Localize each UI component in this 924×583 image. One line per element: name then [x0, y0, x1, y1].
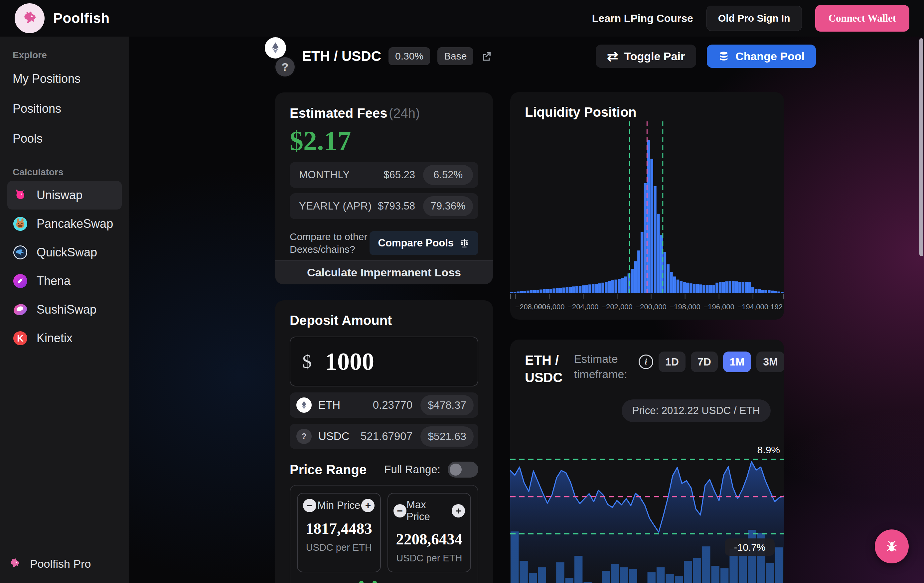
price-range-title: Price Range: [290, 462, 384, 477]
top-nav: Poolfish Learn LPing Course Old Pro Sign…: [0, 0, 924, 36]
monthly-value: $65.23: [383, 169, 415, 181]
old-pro-sign-in-button[interactable]: Old Pro Sign In: [706, 6, 802, 31]
eth-icon: [296, 397, 312, 413]
poolfish-fish-icon: [7, 557, 22, 571]
timeframe-1m-button[interactable]: 1M: [723, 352, 751, 372]
brand-name: Poolfish: [53, 10, 110, 26]
svg-text:−194,000: −194,000: [738, 303, 768, 311]
max-price-increment-button[interactable]: +: [452, 504, 465, 517]
yearly-percent-badge: 79.36%: [423, 196, 473, 216]
svg-text:−198,000: −198,000: [670, 303, 700, 311]
brand[interactable]: Poolfish: [15, 3, 110, 33]
deposit-amount-input[interactable]: 1000: [325, 347, 458, 376]
fee-tier-badge: 0.30%: [388, 47, 430, 65]
sidebar-item-label: Kinetix: [36, 331, 73, 345]
slider-min-handle[interactable]: [359, 581, 363, 583]
sidebar-item-my-positions[interactable]: My Positions: [7, 64, 122, 94]
learn-lping-link[interactable]: Learn LPing Course: [592, 12, 693, 25]
sidebar-item-pancakeswap[interactable]: PancakeSwap: [7, 209, 122, 238]
sidebar: Explore My Positions Positions Pools Cal…: [0, 36, 129, 583]
chain-badge[interactable]: Base: [437, 47, 473, 65]
full-range-label: Full Range:: [384, 463, 441, 476]
info-icon[interactable]: i: [639, 354, 653, 369]
deposit-title: Deposit Amount: [290, 313, 478, 328]
poolfish-logo-icon: [15, 3, 45, 33]
sidebar-item-label: QuickSwap: [36, 245, 97, 259]
min-price-increment-button[interactable]: +: [361, 499, 375, 512]
bug-icon: [883, 538, 900, 555]
timeframe-3m-button[interactable]: 3M: [756, 352, 784, 372]
fish-icon: [20, 9, 39, 28]
sidebar-item-thena[interactable]: Thena: [7, 267, 122, 295]
toggle-pair-button[interactable]: ⇄ Toggle Pair: [596, 44, 696, 68]
sidebar-item-positions[interactable]: Positions: [7, 94, 122, 124]
token-amount: 0.23770: [373, 399, 412, 412]
max-price-unit: USDC per ETH: [393, 553, 465, 564]
sushiswap-icon: [13, 302, 28, 317]
max-price-value[interactable]: 2208,6434: [393, 530, 465, 548]
fees-amount: $2.17: [290, 125, 478, 156]
token-usd-badge: $521.63: [421, 427, 474, 446]
pair-title: ETH / USDC: [302, 48, 381, 64]
token-symbol: USDC: [318, 430, 361, 443]
sidebar-item-poolfish-pro[interactable]: Poolfish Pro: [7, 557, 91, 571]
max-price-decrement-button[interactable]: −: [393, 504, 407, 517]
deposit-amount-card: Deposit Amount $ 1000 ETH 0.23770 $478.3…: [275, 300, 493, 583]
timeframe-1d-button[interactable]: 1D: [658, 352, 685, 372]
price-line-chart[interactable]: 8.9%-10.7%: [510, 436, 784, 583]
sidebar-section-calculators: Calculators: [13, 167, 122, 178]
min-price-unit: USDC per ETH: [303, 542, 375, 553]
liquidity-histogram-chart[interactable]: −208,000−206,000−204,000−202,000−200,000…: [510, 112, 784, 318]
min-price-card: − Min Price + 1817,4483 USDC per ETH: [297, 493, 381, 572]
min-price-label: Min Price: [317, 499, 360, 512]
toggle-pair-icon: ⇄: [607, 49, 618, 64]
kinetix-icon: K: [13, 331, 28, 346]
svg-text:−206,000: −206,000: [534, 303, 564, 311]
token-usd-badge: $478.37: [421, 395, 474, 415]
min-price-decrement-button[interactable]: −: [303, 499, 316, 512]
deposit-input-box[interactable]: $ 1000: [290, 336, 478, 387]
liquidity-position-card: Liquidity Position −208,000−206,000−204,…: [510, 92, 784, 319]
pair-token-icons: ?: [265, 37, 301, 81]
timeframe-7d-button[interactable]: 7D: [691, 352, 718, 372]
thena-icon: [13, 273, 28, 289]
price-range-box: − Min Price + 1817,4483 USDC per ETH − M…: [290, 485, 478, 583]
price-range-slider[interactable]: [302, 578, 466, 583]
token-amount: 521.67907: [361, 430, 412, 443]
yearly-fee-row: YEARLY (APR) $793.58 79.36%: [290, 193, 478, 219]
quickswap-icon: [13, 245, 28, 260]
external-link-icon[interactable]: [481, 50, 493, 62]
svg-text:−202,000: −202,000: [602, 303, 632, 311]
full-range-toggle[interactable]: [448, 462, 478, 478]
sidebar-item-pools[interactable]: Pools: [7, 124, 122, 154]
sidebar-item-sushiswap[interactable]: SushiSwap: [7, 295, 122, 324]
change-pool-button[interactable]: Change Pool: [707, 44, 816, 68]
sidebar-item-uniswap[interactable]: Uniswap: [7, 181, 122, 209]
sidebar-item-kinetix[interactable]: K Kinetix: [7, 324, 122, 352]
unknown-token-icon: ?: [276, 57, 295, 76]
slider-max-handle[interactable]: [373, 581, 377, 583]
calculate-impermanent-loss-button[interactable]: Calculate Impermanent Loss: [275, 260, 493, 284]
currency-symbol: $: [302, 351, 312, 372]
current-price-pill: Price: 2012.22 USDC / ETH: [622, 399, 771, 422]
connect-wallet-button[interactable]: Connect Wallet: [815, 5, 910, 31]
sidebar-item-quickswap[interactable]: QuickSwap: [7, 238, 122, 267]
min-price-value[interactable]: 1817,4483: [303, 519, 375, 537]
monthly-percent-badge: 6.52%: [423, 165, 473, 185]
sidebar-footer-label: Poolfish Pro: [30, 557, 91, 570]
fees-title: Estimated Fees: [290, 106, 387, 120]
report-bug-button[interactable]: [875, 529, 909, 563]
sidebar-item-label: Thena: [36, 274, 71, 288]
page-scrollbar[interactable]: [919, 38, 923, 256]
fees-subtitle: (24h): [389, 106, 420, 120]
sidebar-section-explore: Explore: [13, 50, 122, 61]
scale-icon: [459, 238, 470, 249]
pancakeswap-icon: [13, 216, 28, 231]
coins-icon: [718, 51, 729, 62]
svg-text:K: K: [17, 334, 24, 344]
usdc-token-row: ? USDC 521.67907 $521.63: [290, 424, 478, 449]
eth-token-row: ETH 0.23770 $478.37: [290, 392, 478, 418]
estimated-fees-card: Estimated Fees (24h) $2.17 MONTHLY $65.2…: [275, 92, 493, 284]
compare-pools-button[interactable]: Compare Pools: [370, 231, 478, 255]
toggle-knob: [450, 464, 462, 476]
